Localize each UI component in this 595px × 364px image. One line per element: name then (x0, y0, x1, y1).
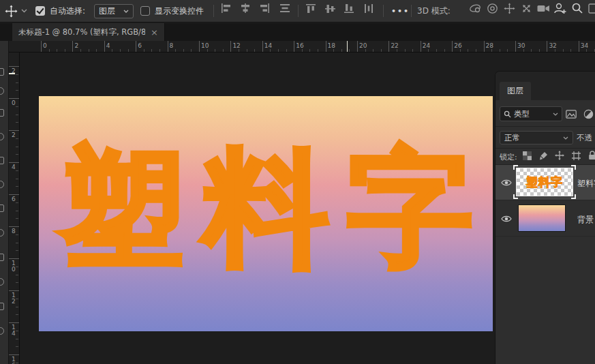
divider (383, 5, 384, 17)
photoshop-window: 自动选择: 图层 显示变换控件 (0, 0, 595, 364)
filter-adjustment-layers-icon[interactable] (581, 108, 595, 120)
tool-icon-fragment (0, 87, 4, 95)
camera-icon[interactable] (536, 0, 551, 16)
tool-icon-fragment (0, 204, 4, 212)
layer-name[interactable]: 塑料字 (577, 178, 595, 189)
tool-icon-fragment (0, 278, 4, 286)
show-transform-checkbox[interactable] (140, 0, 150, 22)
move-tool-button[interactable] (5, 0, 18, 22)
mode-3d-label: 3D 模式: (417, 0, 451, 22)
selection-corner (513, 194, 518, 199)
blend-mode-value: 正常 (504, 133, 520, 143)
tool-icon-fragment (0, 327, 4, 335)
auto-select-target-value: 图层 (99, 5, 115, 17)
align-bottom-button[interactable] (342, 0, 357, 16)
3d-slide-icon[interactable] (519, 0, 534, 16)
options-bar: 自动选择: 图层 显示变换控件 (0, 0, 595, 22)
lock-position-icon[interactable] (554, 150, 565, 161)
divider (495, 236, 595, 237)
layer-row-plastic-text[interactable]: 塑料字 塑料字 (495, 165, 595, 200)
layer-filter-field[interactable]: 类型 (500, 106, 562, 121)
tool-preset-chevron-icon[interactable] (21, 0, 27, 22)
chevron-down-icon (563, 136, 568, 140)
document-tab-title: 未标题-1 @ 80.7% (塑料字, RGB/8#) * (18, 27, 145, 37)
tool-icon-fragment (0, 181, 4, 188)
document-tab[interactable]: 未标题-1 @ 80.7% (塑料字, RGB/8#) * × (12, 23, 165, 41)
divider (213, 5, 214, 17)
blend-mode-dropdown[interactable]: 正常 (500, 131, 573, 145)
auto-select-checkbox[interactable] (35, 0, 45, 22)
opacity-label: 不透 (577, 133, 592, 143)
tab-close-icon[interactable]: × (151, 27, 158, 37)
selection-corner (571, 165, 576, 170)
lock-label: 锁定: (500, 152, 517, 162)
align-vertical-centers-button[interactable] (323, 0, 338, 16)
3d-pan-icon[interactable] (502, 0, 517, 16)
search-icon[interactable] (570, 0, 585, 16)
layers-panel: 图层 类型 正常 不透 锁定: (495, 72, 595, 364)
chevron-down-icon (123, 10, 129, 13)
distribute-vertical-button[interactable] (277, 0, 292, 16)
align-top-button[interactable] (304, 0, 319, 16)
tools-panel-edge[interactable] (0, 41, 9, 364)
tool-icon-fragment (0, 133, 4, 140)
canvas[interactable]: 塑料字 (39, 96, 493, 331)
tool-icon-fragment (0, 303, 4, 310)
tool-icon-fragment (0, 254, 4, 261)
share-user-icon[interactable] (552, 0, 567, 16)
divider (495, 126, 595, 127)
tool-icon-fragment (0, 229, 4, 237)
visibility-eye-icon[interactable] (501, 179, 512, 187)
ellipsis-icon: ••• (391, 7, 410, 16)
3d-roll-icon[interactable] (485, 0, 500, 16)
divider (495, 148, 595, 149)
selection-corner (571, 194, 576, 199)
show-transform-label: 显示变换控件 (155, 0, 204, 22)
align-right-button[interactable] (257, 0, 272, 16)
auto-select-label: 自动选择: (50, 0, 85, 22)
vertical-ruler[interactable]: 2024681 01 21 41 6 (9, 52, 20, 364)
3d-orbit-icon[interactable] (468, 0, 483, 16)
lock-artboard-icon[interactable] (570, 150, 581, 161)
canvas-art-text: 塑料字 (59, 145, 491, 271)
cursor-position-marker (9, 73, 15, 74)
divider (298, 5, 299, 17)
divider (411, 5, 412, 17)
selection-corner (513, 165, 518, 170)
lock-transparent-pixels-icon[interactable] (521, 150, 532, 161)
align-horizontal-centers-button[interactable] (238, 0, 253, 16)
chevron-down-icon (553, 112, 558, 116)
workspace-icon[interactable] (587, 0, 595, 16)
distribute-horizontal-button[interactable] (361, 0, 376, 16)
visibility-eye-icon[interactable] (501, 215, 512, 223)
filter-pixel-layers-icon[interactable] (564, 108, 578, 120)
lock-all-icon[interactable] (587, 150, 595, 161)
layer-filter-value: 类型 (514, 109, 550, 119)
layer-name[interactable]: 背景 (577, 214, 594, 226)
move-tool-icon (5, 5, 18, 18)
layer-row-background[interactable]: 背景 (495, 200, 595, 236)
layer-thumbnail[interactable] (518, 204, 566, 232)
tab-layers[interactable]: 图层 (500, 82, 531, 100)
search-icon (504, 110, 511, 118)
tool-icon-fragment (0, 68, 4, 76)
tool-icon-fragment (0, 109, 4, 117)
auto-select-target-dropdown[interactable]: 图层 (94, 0, 134, 22)
lock-image-pixels-icon[interactable] (538, 150, 549, 161)
thumbnail-text: 塑料字 (526, 175, 563, 190)
align-left-button[interactable] (219, 0, 234, 16)
more-options-button[interactable]: ••• (391, 0, 410, 22)
cursor-position-marker (347, 41, 348, 52)
horizontal-ruler[interactable]: 0246810121416182022242628303234 (9, 41, 595, 52)
layer-thumbnail[interactable]: 塑料字 (516, 168, 573, 196)
document-tab-bar: 未标题-1 @ 80.7% (塑料字, RGB/8#) * × (0, 23, 595, 41)
tool-icon-fragment (0, 157, 4, 164)
layers-panel-tabbar: 图层 (495, 72, 595, 100)
